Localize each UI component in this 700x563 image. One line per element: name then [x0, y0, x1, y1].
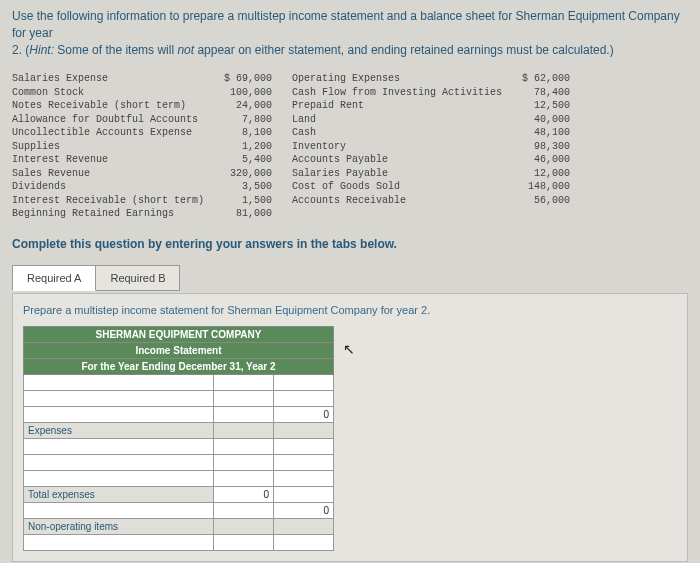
acct-value: 12,500	[522, 99, 570, 113]
acct-label: Inventory	[292, 140, 502, 154]
instructions-block: Use the following information to prepare…	[12, 8, 688, 58]
tab-required-b[interactable]: Required B	[95, 265, 180, 291]
instructions-hint-text: Some of the items will	[54, 43, 177, 57]
acct-value: 148,000	[522, 180, 570, 194]
instructions-hint-not: not	[177, 43, 194, 57]
acct-label: Interest Receivable (short term)	[12, 194, 204, 208]
input-cell[interactable]	[274, 454, 334, 470]
acct-value: $ 69,000	[224, 72, 272, 86]
input-cell[interactable]	[274, 390, 334, 406]
input-cell[interactable]	[214, 406, 274, 422]
stmt-header-company: SHERMAN EQUIPMENT COMPANY	[24, 326, 334, 342]
instructions-hint-label: Hint:	[29, 43, 54, 57]
input-cell[interactable]	[214, 470, 274, 486]
acct-value: 7,800	[224, 113, 272, 127]
acct-value: 3,500	[224, 180, 272, 194]
cursor-icon: ↖	[343, 341, 355, 357]
acct-value: 1,500	[224, 194, 272, 208]
instructions-line2-prefix: 2. (	[12, 43, 29, 57]
acct-value: 12,000	[522, 167, 570, 181]
input-cell[interactable]	[214, 534, 274, 550]
spacer-cell	[214, 422, 274, 438]
acct-label: Allowance for Doubtful Accounts	[12, 113, 204, 127]
input-cell[interactable]	[214, 502, 274, 518]
acct-label: Land	[292, 113, 502, 127]
tab-content: Prepare a multistep income statement for…	[12, 293, 688, 562]
acct-label: Beginning Retained Earnings	[12, 207, 204, 221]
input-cell[interactable]	[24, 454, 214, 470]
spacer-cell	[274, 422, 334, 438]
acct-label: Cost of Goods Sold	[292, 180, 502, 194]
acct-value: 56,000	[522, 194, 570, 208]
input-cell[interactable]	[24, 406, 214, 422]
acct-label: Notes Receivable (short term)	[12, 99, 204, 113]
input-cell[interactable]	[24, 374, 214, 390]
input-cell[interactable]	[274, 534, 334, 550]
tabs-row: Required A Required B	[12, 265, 688, 291]
acct-value: $ 62,000	[522, 72, 570, 86]
input-cell[interactable]	[274, 374, 334, 390]
acct-value: 5,400	[224, 153, 272, 167]
input-cell[interactable]	[24, 390, 214, 406]
acct-value: 46,000	[522, 153, 570, 167]
acct-label: Salaries Payable	[292, 167, 502, 181]
prepare-text: Prepare a multistep income statement for…	[23, 304, 677, 316]
input-cell[interactable]	[214, 438, 274, 454]
acct-value: 24,000	[224, 99, 272, 113]
input-cell[interactable]	[24, 438, 214, 454]
non-operating-row: Non-operating items	[24, 518, 214, 534]
acct-value: 8,100	[224, 126, 272, 140]
acct-label: Accounts Receivable	[292, 194, 502, 208]
accounts-table: Salaries Expense Common Stock Notes Rece…	[12, 72, 688, 221]
acct-value: 1,200	[224, 140, 272, 154]
input-cell[interactable]	[214, 374, 274, 390]
tab-required-a[interactable]: Required A	[12, 265, 96, 291]
accounts-col1: Salaries Expense Common Stock Notes Rece…	[12, 72, 272, 221]
acct-label: Operating Expenses	[292, 72, 502, 86]
spacer-cell	[274, 518, 334, 534]
accounts-col2: Operating Expenses Cash Flow from Invest…	[292, 72, 570, 221]
acct-label: Common Stock	[12, 86, 204, 100]
total-expenses-row: Total expenses	[24, 486, 214, 502]
income-statement-table: SHERMAN EQUIPMENT COMPANY Income Stateme…	[23, 326, 334, 551]
input-cell[interactable]	[274, 470, 334, 486]
input-cell[interactable]	[274, 486, 334, 502]
acct-label: Interest Revenue	[12, 153, 204, 167]
acct-value: 320,000	[224, 167, 272, 181]
acct-value: 98,300	[522, 140, 570, 154]
input-cell[interactable]	[24, 502, 214, 518]
input-cell[interactable]	[214, 454, 274, 470]
acct-label: Dividends	[12, 180, 204, 194]
instructions-hint-rest: appear on either statement, and ending r…	[194, 43, 614, 57]
acct-label: Cash Flow from Investing Activities	[292, 86, 502, 100]
acct-label: Sales Revenue	[12, 167, 204, 181]
acct-label: Cash	[292, 126, 502, 140]
acct-label: Supplies	[12, 140, 204, 154]
value-cell[interactable]: 0	[274, 406, 334, 422]
input-cell[interactable]	[274, 438, 334, 454]
stmt-header-title: Income Statement	[24, 342, 334, 358]
acct-value: 100,000	[224, 86, 272, 100]
input-cell[interactable]	[24, 470, 214, 486]
acct-value: 48,100	[522, 126, 570, 140]
acct-label: Accounts Payable	[292, 153, 502, 167]
spacer-cell	[214, 518, 274, 534]
acct-label: Salaries Expense	[12, 72, 204, 86]
expenses-row: Expenses	[24, 422, 214, 438]
stmt-header-period: For the Year Ending December 31, Year 2	[24, 358, 334, 374]
complete-instruction: Complete this question by entering your …	[12, 237, 688, 251]
acct-value: 81,000	[224, 207, 272, 221]
value-cell[interactable]: 0	[274, 502, 334, 518]
input-cell[interactable]	[214, 390, 274, 406]
input-cell[interactable]	[24, 534, 214, 550]
instructions-line1: Use the following information to prepare…	[12, 9, 680, 40]
acct-value: 78,400	[522, 86, 570, 100]
acct-label: Uncollectible Accounts Expense	[12, 126, 204, 140]
value-cell[interactable]: 0	[214, 486, 274, 502]
acct-value: 40,000	[522, 113, 570, 127]
acct-label: Prepaid Rent	[292, 99, 502, 113]
